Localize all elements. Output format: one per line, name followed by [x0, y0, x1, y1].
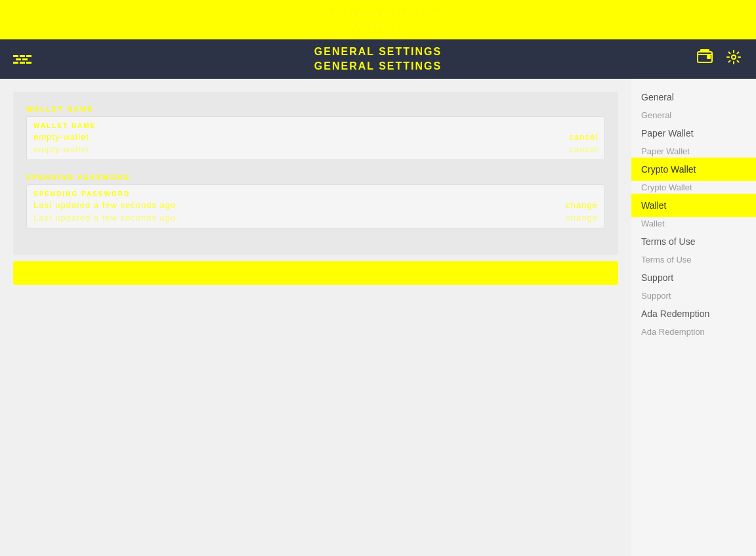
settings-panel: WALLET NAME WALLET NAME empty-wallet can… [13, 92, 618, 255]
save-bar[interactable] [13, 261, 618, 285]
cancel-button-2[interactable]: cancel [569, 144, 598, 154]
svg-point-3 [732, 55, 736, 59]
sidebar-item-wallet-label: Wallet [641, 200, 666, 211]
navbar-title-1: GENERAL SETTINGS [314, 45, 442, 59]
sidebar-item-paper-wallet-label: Paper Wallet [641, 128, 694, 139]
content-area: WALLET NAME WALLET NAME empty-wallet can… [0, 79, 631, 556]
sidebar-item-wallet-shadow: Wallet [631, 217, 756, 230]
sidebar-item-ada-redemption-shadow: Ada Redemption [631, 326, 756, 338]
logo-icon [13, 55, 32, 64]
wallet-name-section: WALLET NAME WALLET NAME empty-wallet can… [26, 105, 605, 160]
sidebar-item-paper-wallet-shadow: Paper Wallet [631, 145, 756, 158]
spending-password-value: Last updated a few seconds ago [33, 200, 176, 210]
sidebar-item-general-shadow: General [631, 109, 756, 121]
navbar: GENERAL SETTINGS GENERAL SETTINGS [0, 39, 756, 79]
main-layout: WALLET NAME WALLET NAME empty-wallet can… [0, 79, 756, 556]
sidebar: General General Paper Wallet Paper Walle… [631, 79, 756, 556]
wallet-name-field-box[interactable]: WALLET NAME empty-wallet cancel empty-wa… [26, 116, 605, 160]
cancel-button-1[interactable]: cancel [569, 132, 598, 142]
banner-text-2: · · · · · · · · · [352, 20, 404, 32]
wallet-name-value: empty-wallet [33, 132, 89, 142]
spending-password-field-box[interactable]: SPENDING PASSWORD Last updated a few sec… [26, 184, 605, 228]
spending-password-label: SPENDING PASSWORD [26, 173, 605, 181]
spending-password-value-shadow: Last updated a few seconds ago [33, 213, 176, 223]
navbar-icons [696, 48, 743, 70]
sidebar-item-crypto-wallet-label: Crypto Wallet [641, 164, 696, 175]
sidebar-item-support-label: Support [641, 272, 673, 283]
change-button-1[interactable]: change [566, 200, 598, 210]
banner-text-1: · · · · · · · · · · · · · · · · · · · · … [316, 8, 440, 20]
sidebar-item-crypto-wallet-shadow: Crypto Wallet [631, 181, 756, 194]
sidebar-item-ada-redemption[interactable]: Ada Redemption [631, 302, 756, 326]
wallet-name-label: WALLET NAME [26, 105, 605, 113]
sidebar-item-crypto-wallet[interactable]: Crypto Wallet [631, 158, 756, 181]
svg-rect-1 [707, 55, 711, 59]
navbar-title-group: GENERAL SETTINGS GENERAL SETTINGS [314, 45, 442, 74]
settings-icon[interactable] [724, 48, 743, 70]
sidebar-item-wallet[interactable]: Wallet [631, 194, 756, 217]
sidebar-item-general[interactable]: General [631, 85, 756, 109]
spending-password-inner-label: SPENDING PASSWORD [33, 190, 130, 198]
sidebar-item-ada-redemption-label: Ada Redemption [641, 309, 709, 319]
navbar-title-2: GENERAL SETTINGS [314, 59, 442, 74]
sidebar-item-terms[interactable]: Terms of Use [631, 230, 756, 253]
sidebar-item-paper-wallet[interactable]: Paper Wallet [631, 121, 756, 145]
sidebar-item-general-label: General [641, 92, 674, 102]
sidebar-item-terms-shadow: Terms of Use [631, 253, 756, 266]
change-button-2[interactable]: change [566, 213, 598, 223]
sidebar-item-support[interactable]: Support [631, 266, 756, 289]
top-banner: · · · · · · · · · · · · · · · · · · · · … [0, 0, 756, 39]
wallet-icon[interactable] [696, 48, 715, 70]
wallet-name-value-shadow: empty-wallet [33, 144, 89, 154]
sidebar-item-terms-label: Terms of Use [641, 236, 695, 247]
wallet-name-inner-label: WALLET NAME [33, 122, 96, 129]
sidebar-item-support-shadow: Support [631, 289, 756, 302]
spending-password-section: SPENDING PASSWORD SPENDING PASSWORD Last… [26, 173, 605, 228]
svg-rect-2 [700, 49, 709, 52]
